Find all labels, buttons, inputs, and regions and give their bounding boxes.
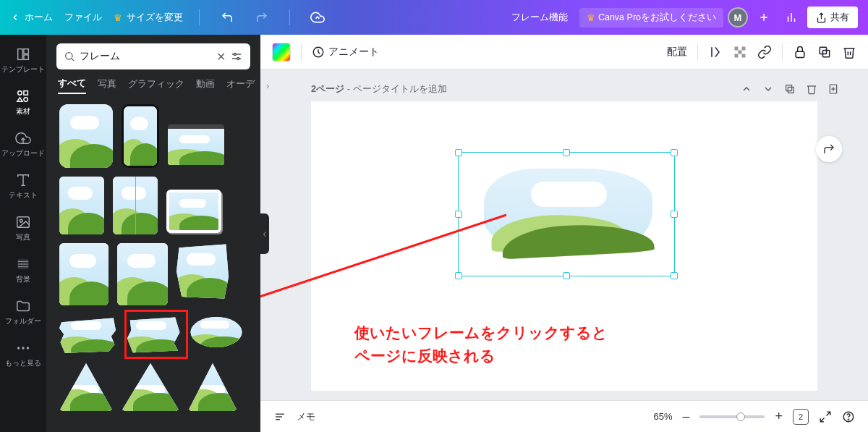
add-member-button[interactable] [752,6,775,29]
animate-button[interactable]: アニメート [312,46,379,59]
top-header: ホーム ファイル ♛ サイズを変更 フレーム機能 ♛ Canva Proをお試し… [0,0,868,35]
svg-point-29 [234,54,236,56]
rail-folders[interactable]: フォルダー [0,291,46,333]
canvas-area: アニメート 配置 2ページ - ページタイトルを追加 [260,35,868,432]
redo-button[interactable] [250,6,273,29]
notes-icon[interactable] [273,410,286,423]
cloud-sync-icon[interactable] [306,6,329,29]
zoom-percent[interactable]: 65% [653,411,672,422]
rail-photos[interactable]: 写真 [0,207,46,249]
divider [289,9,290,25]
svg-marker-11 [17,97,22,101]
frame-thumb[interactable] [176,243,229,300]
canvas-toolbar: アニメート 配置 [260,35,868,69]
lock-icon[interactable] [793,45,807,59]
floating-redo-button[interactable] [816,136,842,162]
svg-line-50 [820,418,824,421]
delete-icon[interactable] [842,45,856,59]
svg-point-30 [237,58,239,60]
tab-audio[interactable]: オーデ [226,77,255,93]
frame-thumb[interactable] [113,177,158,234]
frame-thumb[interactable] [166,190,221,233]
svg-rect-16 [17,216,30,227]
divider [782,44,783,60]
search-input[interactable] [80,51,212,62]
home-button[interactable]: ホーム [10,11,53,24]
help-icon[interactable] [842,410,855,423]
asset-tabs: すべて 写真 グラフィック 動画 オーデ › [46,77,260,101]
transparency-icon[interactable] [733,45,747,59]
page-down-icon[interactable] [762,83,774,95]
svg-point-17 [20,219,22,222]
zoom-in-button[interactable]: + [775,409,783,424]
rail-uploads[interactable]: アップロード [0,123,46,165]
rail-templates[interactable]: テンプレート [0,39,46,81]
svg-rect-8 [24,54,28,59]
notes-button[interactable]: メモ [297,410,315,423]
zoom-out-button[interactable]: – [682,409,689,424]
search-icon [64,51,75,62]
page-duplicate-icon[interactable] [784,83,796,95]
tab-all[interactable]: すべて [58,77,86,94]
svg-rect-6 [18,48,22,59]
effects-icon[interactable] [708,45,723,59]
pro-cta-button[interactable]: ♛ Canva Proをお試しください [579,8,723,27]
filter-icon[interactable] [230,50,243,63]
link-icon[interactable] [757,45,772,59]
svg-rect-7 [24,48,28,53]
duplicate-icon[interactable] [817,45,832,59]
frame-thumb[interactable] [168,124,224,165]
frame-thumb[interactable] [59,314,116,355]
tab-photos[interactable]: 写真 [98,77,116,93]
frame-thumb[interactable] [117,243,168,305]
svg-rect-36 [742,54,746,57]
file-menu[interactable]: ファイル [64,11,102,24]
frame-thumb[interactable] [122,363,179,411]
frame-thumb[interactable] [59,363,113,411]
svg-rect-34 [742,46,746,50]
svg-rect-41 [786,85,792,91]
frame-thumb[interactable] [190,314,243,350]
share-button[interactable]: 共有 [807,7,858,28]
frame-thumb-highlighted[interactable] [124,314,181,355]
svg-point-24 [27,347,29,349]
page-add-icon[interactable] [827,83,839,95]
zoom-slider[interactable] [699,415,765,418]
frame-thumb[interactable] [59,104,113,168]
frame-thumb[interactable] [188,363,237,411]
frame-thumb[interactable] [122,104,159,168]
stage[interactable]: 2ページ - ページタイトルを追加 [260,69,868,400]
color-picker-button[interactable] [272,43,291,62]
crown-icon: ♛ [587,12,595,23]
frame-thumb[interactable] [59,243,109,305]
position-button[interactable]: 配置 [667,46,687,59]
canvas-page[interactable] [311,101,817,391]
rail-background[interactable]: 背景 [0,249,46,291]
search-input-wrap: ✕ [56,43,250,69]
page-title-text[interactable]: 2ページ - ページタイトルを追加 [311,82,447,96]
svg-point-25 [66,53,72,59]
frame-feature-label[interactable]: フレーム機能 [504,8,575,27]
page-up-icon[interactable] [741,83,752,95]
avatar[interactable]: M [728,7,748,27]
selected-frame-element[interactable] [466,160,667,268]
frames-grid [46,101,260,432]
rail-more[interactable]: もっと見る [0,333,46,375]
assets-panel: ✕ すべて 写真 グラフィック 動画 オーデ › [46,35,260,432]
svg-rect-40 [788,87,793,93]
clear-search-button[interactable]: ✕ [216,50,226,64]
rail-elements[interactable]: 素材 [0,81,46,123]
page-count-button[interactable]: 2 [793,409,809,425]
tab-video[interactable]: 動画 [196,77,215,93]
insights-button[interactable] [780,6,803,29]
resize-button[interactable]: ♛ サイズを変更 [114,11,183,24]
fullscreen-icon[interactable] [819,410,832,423]
tab-graphics[interactable]: グラフィック [128,77,184,93]
rail-text[interactable]: テキスト [0,165,46,207]
nav-rail: テンプレート 素材 アップロード テキスト 写真 背景 フォルダー もっと見る [0,35,46,432]
page-delete-icon[interactable] [806,83,817,95]
undo-button[interactable] [216,6,239,29]
frame-thumb[interactable] [59,177,104,234]
selection-box[interactable] [458,152,675,276]
svg-rect-10 [24,90,27,95]
